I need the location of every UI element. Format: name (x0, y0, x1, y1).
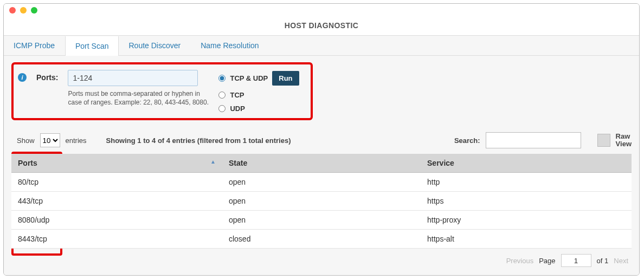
app-window: HOST DIAGNOSTIC ICMP Probe Port Scan Rou… (3, 3, 640, 276)
ports-input[interactable] (68, 70, 198, 86)
ports-label: Ports: (36, 73, 58, 82)
cell-service: http (421, 173, 632, 192)
proto-radio-tcp[interactable] (218, 92, 226, 99)
tabs: ICMP Probe Port Scan Route Discover Name… (4, 36, 639, 56)
close-icon[interactable] (9, 7, 16, 14)
scan-config-panel: i Ports: Ports must be comma-separated o… (11, 62, 313, 120)
tab-icmp-probe[interactable]: ICMP Probe (4, 36, 65, 55)
proto-radio-udp[interactable] (218, 105, 226, 112)
cell-service: https (421, 192, 632, 211)
results-table-wrap: Ports ▲ State Service 80/tcp open http (11, 154, 632, 249)
search-input[interactable] (486, 132, 581, 148)
cell-service: https-alt (421, 230, 632, 249)
ports-column: Ports must be comma-separated or hyphen … (68, 70, 209, 107)
content: i Ports: Ports must be comma-separated o… (4, 56, 639, 275)
pager-of-label: of 1 (597, 257, 609, 265)
col-header-state[interactable]: State (222, 154, 421, 173)
pager-page-label: Page (539, 257, 555, 265)
pager-next[interactable]: Next (614, 257, 628, 265)
info-icon[interactable]: i (18, 73, 27, 82)
window-titlebar (4, 4, 639, 17)
cell-state: open (222, 173, 421, 192)
cell-port: 8080/udp (11, 211, 222, 230)
col-header-service[interactable]: Service (421, 154, 632, 173)
proto-label-tcp: TCP (230, 91, 244, 99)
cell-state: closed (222, 230, 421, 249)
show-label-pre: Show (17, 136, 35, 145)
tab-name-resolution[interactable]: Name Resolution (191, 36, 269, 55)
raw-view-label: RawView (616, 133, 632, 148)
minimize-icon[interactable] (20, 7, 27, 14)
ports-hint: Ports must be comma-separated or hyphen … (68, 89, 209, 107)
table-row[interactable]: 8080/udp open http-proxy (11, 211, 632, 230)
cell-service: http-proxy (421, 211, 632, 230)
cell-state: open (222, 192, 421, 211)
results-table: Ports ▲ State Service 80/tcp open http (11, 154, 632, 249)
proto-label-udp: UDP (230, 105, 244, 113)
raw-view-toggle[interactable] (597, 134, 610, 147)
proto-radio-tcp-udp[interactable] (218, 75, 226, 82)
cell-state: open (222, 211, 421, 230)
table-row[interactable]: 8443/tcp closed https-alt (11, 230, 632, 249)
tab-route-discover[interactable]: Route Discover (119, 36, 191, 55)
page-size-select[interactable]: 10 (40, 133, 60, 147)
cell-port: 443/tcp (11, 192, 222, 211)
cell-port: 80/tcp (11, 173, 222, 192)
pager-previous[interactable]: Previous (506, 257, 534, 265)
search-label: Search: (454, 136, 480, 145)
table-row[interactable]: 80/tcp open http (11, 173, 632, 192)
pager: Previous Page of 1 Next (11, 249, 632, 269)
protocol-options: TCP & UDP Run TCP UDP (218, 70, 299, 113)
zoom-icon[interactable] (31, 7, 37, 14)
run-button[interactable]: Run (272, 71, 299, 86)
col-header-ports[interactable]: Ports ▲ (11, 154, 222, 173)
pager-page-input[interactable] (561, 254, 591, 267)
cell-port: 8443/tcp (11, 230, 222, 249)
show-label-post: entries (66, 136, 87, 145)
tab-port-scan[interactable]: Port Scan (65, 36, 119, 56)
proto-label-tcp-udp: TCP & UDP (230, 74, 268, 82)
page-title: HOST DIAGNOSTIC (4, 17, 639, 36)
list-controls: Show 10 entries Showing 1 to 4 of 4 entr… (11, 130, 632, 154)
sort-asc-icon: ▲ (210, 159, 216, 165)
entries-summary: Showing 1 to 4 of 4 entries (filtered fr… (106, 136, 291, 145)
table-row[interactable]: 443/tcp open https (11, 192, 632, 211)
